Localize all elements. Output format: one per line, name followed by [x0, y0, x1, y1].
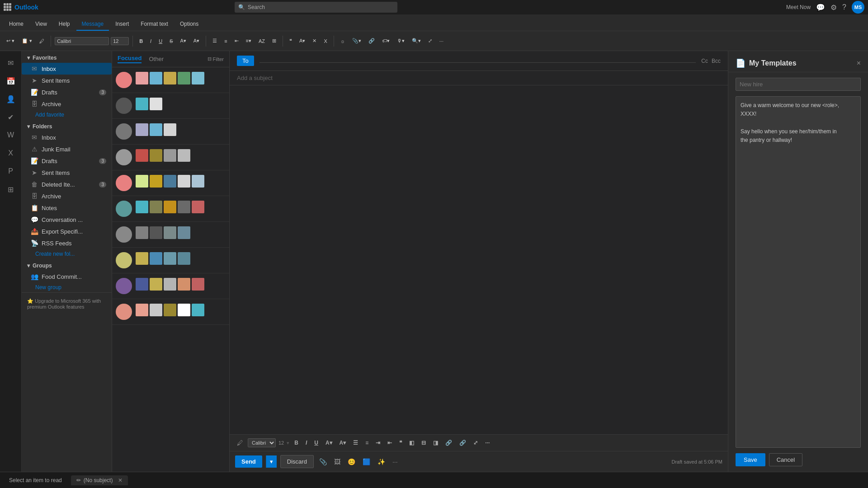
- nav-ppt[interactable]: P: [3, 163, 19, 179]
- tab-options[interactable]: Options: [175, 18, 204, 31]
- sidebar-item-archive[interactable]: 🗄 Archive: [22, 190, 112, 202]
- compose-body[interactable]: [230, 85, 728, 434]
- attach-compose-icon[interactable]: 📎: [317, 456, 329, 467]
- nav-excel[interactable]: X: [3, 145, 19, 161]
- image-icon[interactable]: 🖼: [332, 456, 342, 467]
- cancel-template-btn[interactable]: Cancel: [769, 453, 802, 466]
- avatar[interactable]: MS: [852, 1, 864, 14]
- more-btn[interactable]: ☼: [338, 37, 348, 45]
- draft-close-btn[interactable]: ✕: [118, 477, 123, 483]
- compose-highlight-btn[interactable]: A▾: [323, 438, 335, 447]
- tab-view[interactable]: View: [30, 18, 52, 31]
- table-btn[interactable]: ⊞: [269, 37, 279, 45]
- tag-btn[interactable]: 🏷▾: [379, 37, 392, 45]
- compose-bullet-btn[interactable]: ☰: [351, 438, 360, 447]
- bold-btn[interactable]: B: [137, 37, 146, 45]
- sidebar-item-sent[interactable]: ➤ Sent Items: [22, 167, 112, 178]
- tab-other[interactable]: Other: [149, 56, 164, 62]
- send-dropdown-btn[interactable]: ▾: [266, 455, 277, 468]
- email-item-10[interactable]: [112, 299, 229, 325]
- sidebar-item-notes[interactable]: 📋 Notes: [22, 202, 112, 214]
- compose-font-select[interactable]: Calibri: [248, 438, 276, 447]
- sidebar-item-conversation[interactable]: 💬 Conversation ...: [22, 214, 112, 225]
- underline-btn[interactable]: U: [156, 37, 165, 45]
- new-group-btn[interactable]: New group: [22, 282, 112, 292]
- strikethrough-btn[interactable]: S: [167, 37, 175, 45]
- teams-icon[interactable]: 🟦: [361, 456, 372, 467]
- email-item-7[interactable]: [112, 222, 229, 248]
- quote-btn[interactable]: ❝: [287, 37, 295, 45]
- email-item-3[interactable]: [112, 119, 229, 145]
- email-item-8[interactable]: [112, 248, 229, 273]
- compose-link-btn[interactable]: 🔗: [443, 438, 454, 447]
- format-btn[interactable]: 🖊: [37, 37, 47, 45]
- compose-align-left-btn[interactable]: ◧: [407, 438, 416, 447]
- template-name-input[interactable]: [736, 78, 861, 91]
- link-btn[interactable]: 🔗: [366, 37, 377, 45]
- more-compose-btn[interactable]: ···: [391, 456, 400, 467]
- compose-expand-btn[interactable]: ⤢: [471, 438, 480, 447]
- compose-quote-btn[interactable]: ❝: [397, 438, 404, 447]
- email-item-5[interactable]: [112, 170, 229, 196]
- skype-icon[interactable]: 💬: [816, 3, 825, 12]
- subject-line[interactable]: Add a subject: [230, 71, 728, 85]
- sidebar-item-drafts[interactable]: 📝 Drafts 3: [22, 155, 112, 167]
- tab-help[interactable]: Help: [53, 18, 75, 31]
- decrease-indent-btn[interactable]: ⇤: [232, 37, 241, 45]
- settings-icon[interactable]: ⚙: [830, 3, 837, 12]
- compose-indent-btn[interactable]: ⇥: [373, 438, 382, 447]
- favorites-header[interactable]: ▾ Favorites: [22, 51, 112, 63]
- font-family-input[interactable]: [55, 37, 109, 45]
- compose-number-btn[interactable]: ≡: [363, 438, 371, 447]
- sidebar-item-export[interactable]: 📤 Export Specifi...: [22, 225, 112, 237]
- sidebar-item-inbox-fav[interactable]: ✉ Inbox: [22, 63, 112, 75]
- tab-focused[interactable]: Focused: [118, 55, 142, 63]
- signature-icon[interactable]: ✨: [376, 456, 387, 467]
- nav-tasks[interactable]: ✔: [3, 109, 19, 125]
- nav-calendar[interactable]: 📅: [3, 73, 19, 89]
- tab-home[interactable]: Home: [4, 18, 29, 31]
- search-bar[interactable]: 🔍 Search: [235, 2, 397, 13]
- bottom-draft-tab[interactable]: ✏ (No subject) ✕: [71, 475, 128, 485]
- tab-format-text[interactable]: Format text: [135, 18, 174, 31]
- sidebar-item-rss[interactable]: 📡 RSS Feeds: [22, 237, 112, 249]
- to-button[interactable]: To: [237, 56, 254, 66]
- email-item-1[interactable]: [112, 67, 229, 93]
- folders-header[interactable]: ▾ Folders: [22, 120, 112, 131]
- nav-word[interactable]: W: [3, 127, 19, 143]
- email-item-2[interactable]: [112, 93, 229, 119]
- template-body-area[interactable]: Give a warm welcome to our new <role>, X…: [736, 96, 861, 448]
- tab-insert[interactable]: Insert: [110, 18, 134, 31]
- sidebar-item-food[interactable]: 👥 Food Commit...: [22, 271, 112, 282]
- compose-align-right-btn[interactable]: ◨: [431, 438, 440, 447]
- sidebar-item-junk[interactable]: ⚠ Junk Email: [22, 143, 112, 155]
- clipboard-btn[interactable]: 📋 ▾: [19, 37, 35, 45]
- compose-italic-btn[interactable]: I: [303, 438, 309, 447]
- font-size2-btn[interactable]: A▾: [297, 37, 308, 45]
- compose-link2-btn[interactable]: 🔗: [457, 438, 468, 447]
- font-color-btn[interactable]: A▾: [191, 37, 202, 45]
- font-size-input[interactable]: [111, 37, 129, 45]
- sidebar-item-inbox[interactable]: ✉ Inbox: [22, 131, 112, 143]
- compose-outdent-btn[interactable]: ⇤: [385, 438, 394, 447]
- compose-bold-btn[interactable]: B: [292, 438, 301, 447]
- templates-close-btn[interactable]: ×: [857, 59, 861, 67]
- save-template-btn[interactable]: Save: [736, 453, 765, 466]
- clear-btn[interactable]: ✕: [310, 37, 319, 45]
- compose-more-btn[interactable]: ···: [483, 438, 492, 447]
- nav-apps[interactable]: ⊞: [3, 181, 19, 197]
- highlight-btn[interactable]: A▾: [177, 37, 189, 45]
- align-btn[interactable]: ≡▾: [243, 37, 254, 45]
- sidebar-item-drafts-fav[interactable]: 📝 Drafts 3: [22, 86, 112, 98]
- meet-now-btn[interactable]: Meet Now: [786, 4, 811, 10]
- filter-btn[interactable]: ⊟ Filter: [208, 56, 224, 62]
- cc-btn[interactable]: Cc: [701, 58, 708, 64]
- compose-underline-btn[interactable]: U: [312, 438, 321, 447]
- compose-align-center-btn[interactable]: ⊟: [419, 438, 428, 447]
- compose-font-color-btn[interactable]: A▾: [337, 438, 349, 447]
- format-paintbrush-icon[interactable]: 🖊: [235, 437, 245, 448]
- zoom-btn[interactable]: 🔍▾: [409, 37, 424, 45]
- upgrade-banner[interactable]: ⭐ Upgrade to Microsoft 365 with premium …: [22, 292, 112, 315]
- email-item-6[interactable]: [112, 196, 229, 222]
- sort-btn[interactable]: AZ: [256, 37, 268, 45]
